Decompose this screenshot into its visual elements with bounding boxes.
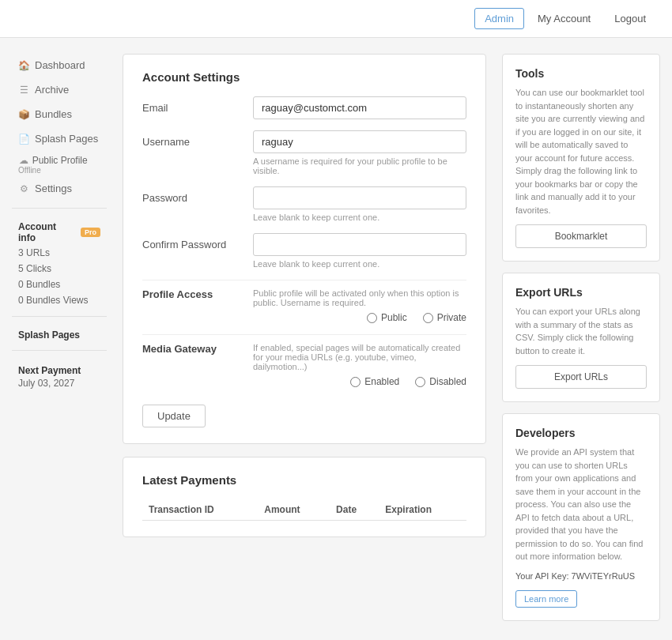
username-label: Username [142,130,253,148]
form-divider-1 [142,280,466,280]
stat-urls: 3 URLs [12,245,107,261]
media-disabled-radio[interactable] [415,377,425,387]
developers-description: We provide an API system that you can us… [515,446,647,563]
media-gateway-choices: Enabled Disabled [253,376,466,387]
email-field-container [253,96,466,119]
col-amount: Amount [258,499,330,521]
profile-access-choices: Public Private [253,312,466,323]
col-expiration: Expiration [379,499,466,521]
media-gateway-options-col: If enabled, special pages will be automa… [253,343,466,387]
main-layout: 🏠 Dashboard ☰ Archive 📦 Bundles 📄 Splash… [0,38,672,640]
sidebar-bundles-label: Bundles [35,108,72,120]
sidebar-divider-2 [12,316,107,317]
media-enabled-radio[interactable] [350,377,361,387]
nav-my-account[interactable]: My Account [527,8,601,29]
media-gateway-title: Media Gateway [142,343,253,355]
sidebar-divider-1 [12,208,107,209]
bundles-icon: 📦 [18,109,29,120]
offline-badge: Offline [18,166,100,175]
sidebar-settings-label: Settings [35,183,72,194]
learn-more-button[interactable]: Learn more [515,590,577,608]
next-payment-label: Next Payment [18,365,100,376]
tools-description: You can use our bookmarklet tool to inst… [515,86,647,216]
confirm-password-input[interactable] [253,233,466,256]
sidebar-splash-label: Splash Pages [35,133,98,145]
latest-payments-title: Latest Payments [142,473,466,487]
email-row: Email [142,96,466,119]
developers-card: Developers We provide an API system that… [502,413,660,621]
archive-icon: ☰ [18,85,29,96]
media-gateway-row: Media Gateway If enabled, special pages … [142,343,466,387]
cloud-icon: ☁ [18,155,29,166]
export-urls-description: You can export your URLs along with a su… [515,305,647,357]
sidebar-item-bundles[interactable]: 📦 Bundles [12,103,107,126]
nav-links: Admin My Account Logout [474,8,656,29]
account-info-title: Account info Pro [12,216,107,245]
pro-badge: Pro [81,228,100,237]
username-hint: A username is required for your public p… [253,156,466,175]
top-nav: Admin My Account Logout [0,0,672,38]
sidebar-item-splash-pages[interactable]: 📄 Splash Pages [12,127,107,150]
account-settings-card: Account Settings Email Username A userna… [123,54,486,444]
profile-private-option[interactable]: Private [423,312,466,323]
stat-bundles: 0 Bundles [12,277,107,292]
media-disabled-option[interactable]: Disabled [415,376,466,387]
api-key-value: 7WViTEYrRuUS [572,571,635,581]
splash-pages-section-title: Splash Pages [12,325,107,342]
update-button[interactable]: Update [142,405,206,427]
main-content: Account Settings Email Username A userna… [115,54,494,632]
profile-private-radio[interactable] [423,313,433,323]
confirm-password-hint: Leave blank to keep current one. [253,259,466,269]
public-profile-label: Public Profile [32,155,88,166]
stat-clicks: 5 Clicks [12,261,107,277]
nav-logout[interactable]: Logout [604,8,656,29]
email-label: Email [142,96,253,114]
payments-header-row: Transaction ID Amount Date Expiration [142,499,466,521]
sidebar-public-profile[interactable]: ☁ Public Profile Offline [12,152,107,177]
sidebar-item-archive[interactable]: ☰ Archive [12,78,107,101]
nav-admin[interactable]: Admin [474,8,524,29]
profile-public-option[interactable]: Public [367,312,407,323]
media-gateway-label-col: Media Gateway [142,343,253,355]
api-key-display: Your API Key: 7WViTEYrRuUS [515,571,647,581]
username-field-container: A username is required for your public p… [253,130,466,175]
profile-public-radio[interactable] [367,313,377,323]
sidebar-divider-3 [12,350,107,351]
password-hint: Leave blank to keep current one. [253,213,466,222]
confirm-password-field-container: Leave blank to keep current one. [253,233,466,269]
profile-access-label-col: Profile Access [142,288,253,300]
tools-title: Tools [515,67,647,80]
developers-title: Developers [515,427,647,439]
profile-access-options-col: Public profile will be activated only wh… [253,288,466,323]
password-row: Password Leave blank to keep current one… [142,186,466,222]
media-enabled-option[interactable]: Enabled [350,376,399,387]
next-payment-date: July 03, 2027 [18,378,100,389]
home-icon: 🏠 [18,60,29,71]
profile-access-title: Profile Access [142,288,253,300]
api-key-label: Your API Key: [515,571,568,581]
confirm-password-label: Confirm Password [142,233,253,250]
stat-bundles-views: 0 Bundles Views [12,292,107,308]
sidebar-item-dashboard[interactable]: 🏠 Dashboard [12,54,107,77]
profile-access-desc: Public profile will be activated only wh… [253,288,466,307]
media-gateway-desc: If enabled, special pages will be automa… [253,343,466,371]
next-payment-section: Next Payment July 03, 2027 [12,359,107,390]
export-urls-card: Export URLs You can export your URLs alo… [502,273,660,402]
password-field-container: Leave blank to keep current one. [253,186,466,222]
profile-access-row: Profile Access Public profile will be ac… [142,288,466,323]
right-panel: Tools You can use our bookmarklet tool t… [494,54,660,632]
export-urls-button[interactable]: Export URLs [515,365,647,389]
latest-payments-card: Latest Payments Transaction ID Amount Da… [123,457,486,537]
form-divider-2 [142,334,466,335]
password-label: Password [142,186,253,204]
sidebar-item-settings[interactable]: ⚙ Settings [12,177,107,200]
password-input[interactable] [253,186,466,209]
col-date: Date [330,499,379,521]
bookmarklet-button[interactable]: Bookmarklet [515,224,647,248]
sidebar: 🏠 Dashboard ☰ Archive 📦 Bundles 📄 Splash… [12,54,115,632]
col-transaction-id: Transaction ID [142,499,258,521]
username-input[interactable] [253,130,466,153]
email-input[interactable] [253,96,466,119]
sidebar-archive-label: Archive [35,84,69,96]
account-settings-title: Account Settings [142,70,466,84]
